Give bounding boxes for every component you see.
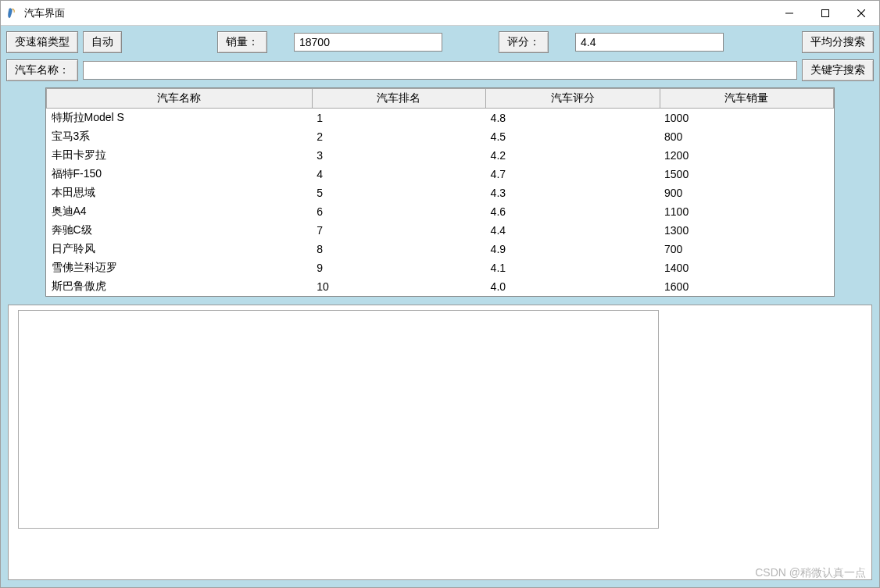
car-name-label: 汽车名称： [6, 59, 78, 81]
cell-rating: 4.2 [486, 146, 660, 165]
sales-input[interactable] [294, 33, 442, 52]
table-row[interactable]: 丰田卡罗拉34.21200 [47, 146, 834, 165]
cell-sales: 1500 [660, 165, 833, 184]
cell-rating: 4.6 [486, 202, 660, 221]
minimize-button[interactable] [771, 2, 807, 25]
cell-sales: 1000 [660, 109, 833, 127]
col-header-sales[interactable]: 汽车销量 [660, 89, 833, 109]
cell-name: 丰田卡罗拉 [47, 146, 313, 165]
maximize-button[interactable] [807, 2, 843, 25]
transmission-type-button[interactable]: 变速箱类型 [6, 31, 78, 53]
cell-rank: 4 [312, 165, 485, 184]
cell-rating: 4.0 [486, 277, 660, 296]
cell-rank: 6 [312, 202, 485, 221]
cell-name: 特斯拉Model S [47, 109, 313, 127]
col-header-name[interactable]: 汽车名称 [47, 89, 313, 109]
cell-rating: 4.9 [486, 240, 660, 258]
table-row[interactable]: 雪佛兰科迈罗94.11400 [47, 258, 834, 277]
cell-rating: 4.5 [486, 127, 660, 146]
cell-name: 斯巴鲁傲虎 [47, 277, 313, 296]
app-icon [7, 7, 20, 20]
cars-table-wrap: 汽车名称 汽车排名 汽车评分 汽车销量 特斯拉Model S14.81000宝马… [45, 87, 835, 297]
cell-name: 奥迪A4 [47, 202, 313, 221]
table-row[interactable]: 奔驰C级74.41300 [47, 221, 834, 240]
cell-name: 奔驰C级 [47, 221, 313, 240]
cell-rank: 7 [312, 221, 485, 240]
cell-rating: 4.3 [486, 184, 660, 202]
cell-rank: 3 [312, 146, 485, 165]
cell-rating: 4.7 [486, 165, 660, 184]
window-title: 汽车界面 [24, 6, 771, 20]
cell-rank: 10 [312, 277, 485, 296]
cell-sales: 1200 [660, 146, 833, 165]
cell-sales: 1300 [660, 221, 833, 240]
cell-rating: 4.4 [486, 221, 660, 240]
table-row[interactable]: 本田思域54.3900 [47, 184, 834, 202]
table-row[interactable]: 奥迪A464.61100 [47, 202, 834, 221]
cell-rating: 4.8 [486, 109, 660, 127]
cell-sales: 1100 [660, 202, 833, 221]
toolbar-row-1: 变速箱类型 自动 销量： 评分： 平均分搜索 [6, 31, 874, 53]
titlebar: 汽车界面 [1, 1, 879, 26]
window-controls [771, 2, 879, 25]
rating-input[interactable] [575, 33, 724, 52]
bottom-canvas [18, 310, 659, 529]
avg-score-search-button[interactable]: 平均分搜索 [802, 31, 874, 53]
table-row[interactable]: 福特F-15044.71500 [47, 165, 834, 184]
col-header-rank[interactable]: 汽车排名 [312, 89, 485, 109]
sales-label: 销量： [217, 31, 267, 53]
cell-rank: 8 [312, 240, 485, 258]
cell-sales: 1400 [660, 258, 833, 277]
cell-name: 宝马3系 [47, 127, 313, 146]
cell-rank: 9 [312, 258, 485, 277]
table-row[interactable]: 特斯拉Model S14.81000 [47, 109, 834, 127]
cell-sales: 900 [660, 184, 833, 202]
table-row[interactable]: 斯巴鲁傲虎104.01600 [47, 277, 834, 296]
cell-rank: 1 [312, 109, 485, 127]
cell-rank: 5 [312, 184, 485, 202]
rating-label: 评分： [499, 31, 549, 53]
svg-rect-1 [822, 9, 829, 16]
content-area: 变速箱类型 自动 销量： 评分： 平均分搜索 汽车名称： 关键字搜索 汽车名称 [1, 26, 879, 587]
cell-sales: 800 [660, 127, 833, 146]
col-header-rating[interactable]: 汽车评分 [486, 89, 660, 109]
car-name-input[interactable] [83, 61, 797, 80]
table-row[interactable]: 日产聆风84.9700 [47, 240, 834, 258]
cell-name: 日产聆风 [47, 240, 313, 258]
cell-rating: 4.1 [486, 258, 660, 277]
table-row[interactable]: 宝马3系24.5800 [47, 127, 834, 146]
app-window: 汽车界面 变速箱类型 自动 销量： 评分： 平均分搜 [0, 0, 880, 588]
table-header-row: 汽车名称 汽车排名 汽车评分 汽车销量 [47, 89, 834, 109]
cell-rank: 2 [312, 127, 485, 146]
toolbar-row-2: 汽车名称： 关键字搜索 [6, 59, 874, 81]
cell-name: 福特F-150 [47, 165, 313, 184]
cell-name: 本田思域 [47, 184, 313, 202]
keyword-search-button[interactable]: 关键字搜索 [802, 59, 874, 81]
cell-sales: 1600 [660, 277, 833, 296]
cell-name: 雪佛兰科迈罗 [47, 258, 313, 277]
close-button[interactable] [843, 2, 879, 25]
bottom-panel [8, 305, 872, 581]
transmission-value-button[interactable]: 自动 [83, 31, 122, 53]
cell-sales: 700 [660, 240, 833, 258]
cars-table[interactable]: 汽车名称 汽车排名 汽车评分 汽车销量 特斯拉Model S14.81000宝马… [46, 88, 834, 296]
